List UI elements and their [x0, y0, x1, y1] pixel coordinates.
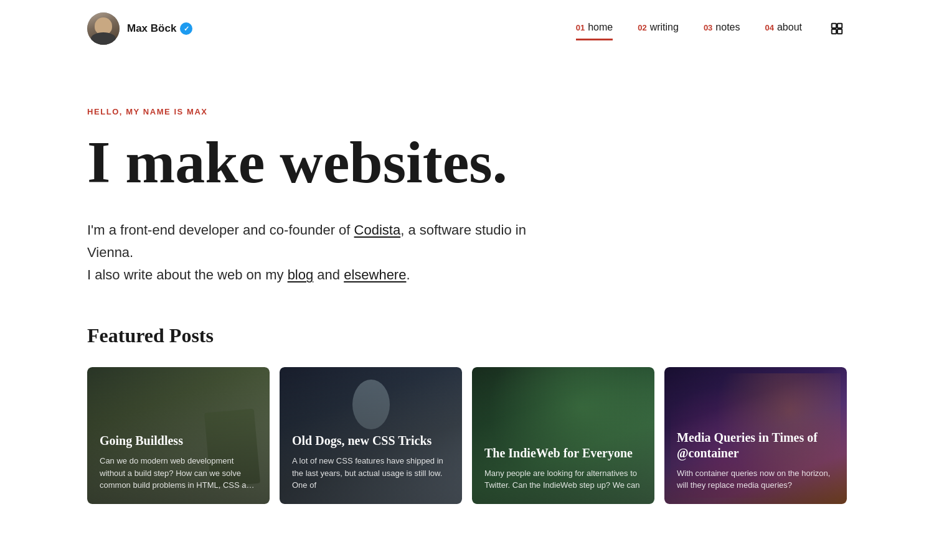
post-card-2-title: Old Dogs, new CSS Tricks: [292, 433, 450, 449]
main-nav: 01 home 02 writing 03 notes 04 about: [576, 19, 847, 39]
nav-item-home[interactable]: 01 home: [576, 22, 613, 35]
greeting-text: HELLO, MY NAME IS MAX: [87, 107, 847, 116]
blog-link[interactable]: blog: [288, 267, 314, 282]
post-card-4[interactable]: Media Queries in Times of @container Wit…: [664, 367, 847, 504]
name-area: Max Böck ✓: [127, 22, 192, 35]
nav-num-notes: 03: [704, 23, 712, 32]
post-card-3-excerpt: Many people are looking for alternatives…: [484, 467, 642, 492]
post-card-4-excerpt: With container queries now on the horizo…: [677, 467, 834, 492]
main-content: HELLO, MY NAME IS MAX I make websites. I…: [0, 57, 934, 541]
avatar-body: [91, 32, 116, 45]
elsewhere-link[interactable]: elsewhere: [344, 267, 406, 282]
nav-num-home: 01: [576, 23, 585, 32]
nav-item-writing[interactable]: 02 writing: [638, 22, 679, 35]
post-card-1[interactable]: Going Buildless Can we do modern web dev…: [87, 367, 270, 504]
nav-label-notes: notes: [715, 22, 740, 33]
post-card-2[interactable]: Old Dogs, new CSS Tricks A lot of new CS…: [280, 367, 462, 504]
post-card-1-content: Going Buildless Can we do modern web dev…: [87, 421, 270, 504]
description-text-3: I also write about the web on my: [87, 267, 288, 282]
svg-rect-1: [837, 24, 842, 28]
nav-item-notes[interactable]: 03 notes: [704, 22, 740, 35]
description-text-5: .: [406, 267, 410, 282]
featured-posts-title: Featured Posts: [87, 324, 847, 347]
svg-rect-3: [837, 29, 842, 34]
posts-grid: Going Buildless Can we do modern web dev…: [87, 367, 847, 504]
hero-description: I'm a front-end developer and co-founder…: [87, 219, 573, 287]
nav-label-about: about: [777, 22, 802, 33]
post-card-3[interactable]: The IndieWeb for Everyone Many people ar…: [472, 367, 654, 504]
site-header: Max Böck ✓ 01 home 02 writing 03 notes 0…: [0, 0, 934, 57]
featured-posts-section: Featured Posts Going Buildless Can we do…: [87, 324, 847, 504]
post-card-3-content: The IndieWeb for Everyone Many people ar…: [472, 433, 654, 504]
nav-num-about: 04: [765, 23, 773, 32]
svg-rect-2: [832, 29, 836, 34]
theme-toggle-button[interactable]: [827, 19, 847, 39]
codista-link[interactable]: Codista: [354, 222, 401, 238]
description-text-1: I'm a front-end developer and co-founder…: [87, 222, 354, 238]
verified-icon: ✓: [180, 22, 192, 35]
svg-rect-0: [832, 24, 836, 28]
post-card-4-title: Media Queries in Times of @container: [677, 430, 834, 461]
nav-label-writing: writing: [650, 22, 679, 33]
post-card-3-title: The IndieWeb for Everyone: [484, 446, 642, 461]
logo-area: Max Böck ✓: [87, 12, 192, 45]
post-card-1-title: Going Buildless: [100, 433, 257, 449]
post-card-2-excerpt: A lot of new CSS features have shipped i…: [292, 455, 450, 492]
nav-label-home: home: [588, 22, 613, 33]
hero-title: I make websites.: [87, 131, 847, 194]
avatar: [87, 12, 120, 45]
nav-num-writing: 02: [638, 23, 646, 32]
site-name: Max Böck: [127, 22, 176, 35]
post-card-2-content: Old Dogs, new CSS Tricks A lot of new CS…: [280, 421, 462, 504]
post-card-1-excerpt: Can we do modern web development without…: [100, 455, 257, 492]
description-text-4: and: [313, 267, 344, 282]
avatar-image: [87, 12, 120, 45]
nav-item-about[interactable]: 04 about: [765, 22, 802, 35]
post-card-4-content: Media Queries in Times of @container Wit…: [664, 418, 847, 504]
